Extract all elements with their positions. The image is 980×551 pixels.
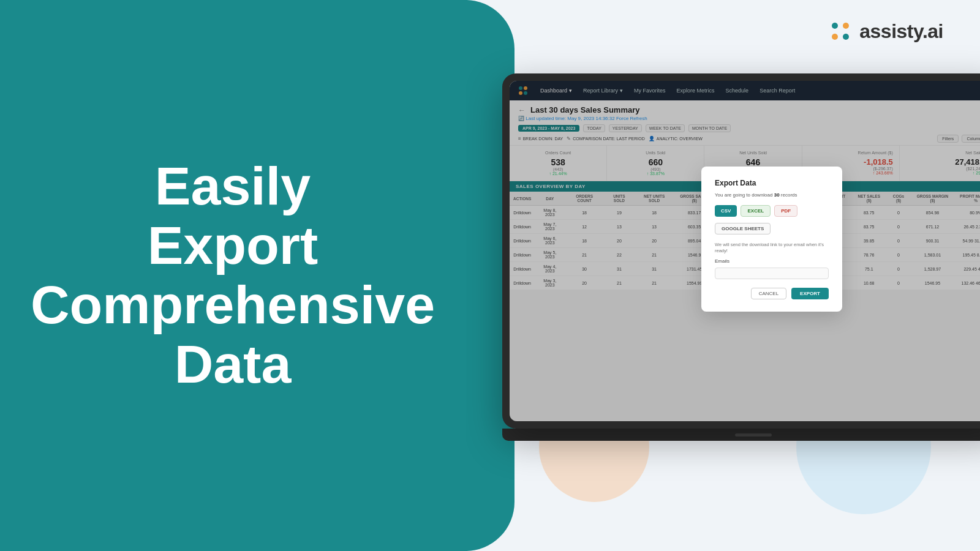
page-wrapper: Easily Export Comprehensive Data assisty… (0, 0, 980, 551)
hero-line2: Export (148, 215, 318, 276)
csv-button[interactable]: CSV (715, 205, 737, 217)
svg-point-2 (832, 34, 838, 40)
laptop-outer: Dashboard ▾ Report Library ▾ My Favorite… (502, 73, 980, 429)
pdf-button[interactable]: PDF (774, 205, 797, 217)
export-modal: Export Data You are going to download 30… (701, 167, 842, 312)
format-buttons: CSV EXCEL PDF (715, 205, 829, 217)
right-section: assisty.ai Dashboar (466, 0, 980, 551)
email-input[interactable] (715, 268, 829, 279)
brand-name: assisty.ai (859, 20, 943, 43)
hero-line4: Data (175, 334, 292, 394)
cancel-button[interactable]: CANCEL (751, 288, 786, 299)
modal-description: You are going to download 30 records (715, 192, 829, 198)
email-info: We will send the download link to your e… (715, 242, 829, 255)
modal-title: Export Data (715, 179, 829, 187)
laptop-notch (735, 433, 772, 437)
svg-point-1 (843, 23, 849, 29)
excel-button[interactable]: EXCEL (741, 205, 771, 217)
hero-line1: Easily (155, 156, 311, 216)
svg-point-0 (832, 23, 838, 29)
svg-point-3 (843, 34, 849, 40)
laptop-bottom-bar (502, 429, 980, 441)
laptop-screen: Dashboard ▾ Report Library ▾ My Favorite… (510, 81, 980, 421)
export-button[interactable]: EXPORT (791, 288, 829, 299)
logo-icon (827, 18, 853, 44)
hero-heading: Easily Export Comprehensive Data (31, 157, 435, 394)
logo-area: assisty.ai (827, 18, 943, 44)
laptop-wrapper: Dashboard ▾ Report Library ▾ My Favorite… (502, 73, 980, 514)
record-count: 30 (774, 192, 780, 198)
hero-text: Easily Export Comprehensive Data (0, 157, 472, 394)
modal-overlay: Export Data You are going to download 30… (510, 81, 980, 421)
google-sheets-button[interactable]: GOOGLE SHEETS (715, 223, 771, 234)
hero-line3: Comprehensive (31, 274, 435, 335)
email-label: Emails (715, 258, 829, 264)
left-section: Easily Export Comprehensive Data (0, 0, 466, 551)
modal-actions: CANCEL EXPORT (715, 288, 829, 299)
